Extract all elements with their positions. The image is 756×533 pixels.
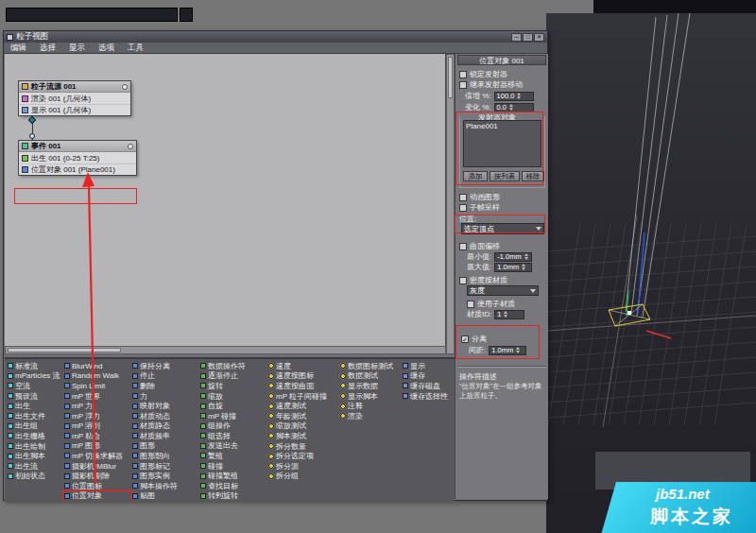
location-dropdown[interactable]: 选定顶点: [461, 223, 544, 234]
position-object-row[interactable]: 位置对象 001 (Plane001): [19, 163, 136, 175]
depot-item[interactable]: 组操作: [199, 421, 267, 431]
depot-item[interactable]: 摄影机剔除: [63, 471, 131, 481]
depot-item[interactable]: 缩放测试: [267, 421, 339, 432]
add-button[interactable]: 添加: [463, 171, 488, 181]
depot-item[interactable]: 碰撞: [199, 461, 267, 472]
depot-item[interactable]: mP 力: [63, 401, 131, 411]
depot-item[interactable]: 拆分选定项: [267, 451, 339, 461]
depot-item[interactable]: 发送出去: [199, 441, 267, 452]
depot-item[interactable]: 逐渐停止: [199, 371, 267, 382]
lock-on-emitter-row[interactable]: 锁定发射器: [459, 69, 507, 79]
depot-item[interactable]: 缓存磁盘: [402, 381, 455, 391]
depot-item[interactable]: Spin Limit: [63, 381, 131, 391]
node-enable-icon[interactable]: [122, 84, 128, 90]
depot-item[interactable]: 数据图标测试: [339, 361, 402, 371]
event-canvas[interactable]: 粒子流源 001 渲染 001 (几何体) 显示 001 (几何体) 事件 00…: [5, 54, 446, 354]
depot-item[interactable]: 查找目标: [199, 481, 267, 491]
render-operator-row[interactable]: 渲染 001 (几何体): [19, 93, 130, 104]
depot-item[interactable]: 初始状态: [7, 472, 63, 482]
depot-item[interactable]: 速度按图标: [267, 371, 339, 382]
depot-item[interactable]: 材质频率: [131, 431, 199, 441]
depot-item[interactable]: Random Walk: [63, 371, 131, 382]
depot-item[interactable]: 显示脚本: [339, 391, 402, 402]
animated-shape-row[interactable]: 动画图形: [459, 192, 500, 202]
distance-spinner[interactable]: 1.0mm: [489, 346, 526, 355]
depot-item[interactable]: 数据测试: [339, 371, 402, 382]
surface-offset-checkbox[interactable]: [459, 243, 467, 250]
close-button[interactable]: ✕: [534, 33, 544, 42]
depot-item[interactable]: 图形朝向: [131, 451, 199, 461]
depot-item[interactable]: 力: [131, 391, 199, 402]
depot-item[interactable]: 数据操作符: [199, 361, 267, 371]
subframe-checkbox[interactable]: [459, 204, 467, 212]
depot-item[interactable]: 显示: [402, 361, 455, 371]
depot-item[interactable]: 年龄测试: [267, 411, 339, 421]
depot-item[interactable]: 速度: [267, 361, 339, 371]
depot-item[interactable]: 映射对象: [131, 401, 199, 411]
apart-checkbox[interactable]: ✓: [461, 335, 469, 343]
depot-item[interactable]: 组选择: [199, 431, 267, 441]
event-header[interactable]: 事件 001: [19, 141, 136, 152]
rollout-title[interactable]: 位置对象 001: [457, 55, 546, 65]
depot-item[interactable]: 拆分数量: [267, 441, 339, 452]
depot-item[interactable]: 出生绘制: [7, 441, 63, 452]
matid-spinner[interactable]: 1: [494, 310, 524, 319]
depot-item[interactable]: 标准流: [7, 361, 63, 371]
menu-item[interactable]: 编辑: [4, 43, 33, 54]
density-row[interactable]: 密度按材质: [459, 275, 507, 285]
pf-source-header[interactable]: 粒子流源 001: [19, 81, 130, 93]
min-spinner[interactable]: -1.0mm: [494, 252, 532, 262]
display-operator-row[interactable]: 显示 001 (几何体): [19, 104, 130, 115]
depot-item[interactable]: 速度测试: [267, 401, 339, 411]
inherit-row[interactable]: 继承发射器移动: [459, 79, 523, 90]
depot-item[interactable]: 贴图: [131, 491, 199, 501]
depot-item[interactable]: 停止: [131, 371, 199, 382]
wire-input-icon[interactable]: [29, 133, 35, 139]
submtl-row[interactable]: 使用子材质: [467, 299, 515, 309]
menu-item[interactable]: 选项: [92, 43, 121, 54]
depot-item[interactable]: 缓存选择性: [402, 391, 455, 402]
depot-item[interactable]: 位置图标: [63, 481, 131, 491]
depot-item[interactable]: mP 碰撞: [199, 411, 267, 421]
scrollbar-thumb[interactable]: [8, 348, 121, 352]
depot-item[interactable]: 脚本测试: [267, 431, 339, 441]
depot-item[interactable]: 出生: [7, 401, 63, 411]
depot-item[interactable]: mP 世界: [63, 391, 131, 402]
depot-item[interactable]: mP 浮力: [63, 411, 131, 421]
depot-item[interactable]: 碰撞繁殖: [199, 471, 267, 481]
depot-item[interactable]: mP 溶剂: [63, 421, 131, 431]
depot-item[interactable]: 自旋: [199, 401, 267, 411]
depot-item[interactable]: 预设流: [7, 391, 63, 402]
inherit-checkbox[interactable]: [459, 81, 467, 89]
depot-item[interactable]: 拆分源: [267, 461, 339, 472]
menu-item[interactable]: 工具: [121, 43, 150, 54]
scrollbar-thumb[interactable]: [448, 57, 453, 98]
depot-item[interactable]: mP 粘合: [63, 431, 131, 441]
depot-item[interactable]: 渲染: [339, 411, 402, 421]
by-list-button[interactable]: 按列表: [490, 171, 520, 181]
menu-item[interactable]: 显示: [62, 43, 92, 54]
depot-item[interactable]: 拆分组: [267, 472, 339, 482]
depot-item[interactable]: 旋转: [199, 381, 267, 391]
canvas-vertical-scrollbar[interactable]: [446, 54, 455, 354]
depot-item[interactable]: 显示数据: [339, 381, 402, 391]
depot-item[interactable]: mP 切换求解器: [63, 451, 131, 461]
pf-source-node[interactable]: 粒子流源 001 渲染 001 (几何体) 显示 001 (几何体): [18, 80, 131, 116]
node-enable-icon[interactable]: [128, 144, 133, 149]
depot-item[interactable]: mParticles 流: [7, 371, 63, 382]
depot-item[interactable]: 出生流: [7, 461, 63, 472]
depot-item[interactable]: BlurWind: [63, 361, 131, 371]
depot-item[interactable]: 转到旋转: [199, 491, 267, 501]
window-titlebar[interactable]: 粒子视图 ─ □ ✕: [4, 31, 547, 43]
depot-item[interactable]: 位置对象: [63, 491, 131, 501]
remove-button[interactable]: 移除: [522, 171, 544, 181]
list-item[interactable]: Plane001: [464, 121, 541, 131]
wire-output-icon[interactable]: [28, 116, 36, 124]
depot-item[interactable]: 繁殖: [199, 451, 267, 461]
depot-item[interactable]: 缓存: [402, 371, 455, 382]
multiplier-spinner[interactable]: 100.0: [494, 92, 534, 101]
depot-item[interactable]: 脚本操作符: [131, 481, 199, 491]
depot-item[interactable]: 速度按曲面: [267, 381, 339, 391]
depot-item[interactable]: 材质动态: [131, 411, 199, 421]
depot-item[interactable]: 缩放: [199, 391, 267, 402]
